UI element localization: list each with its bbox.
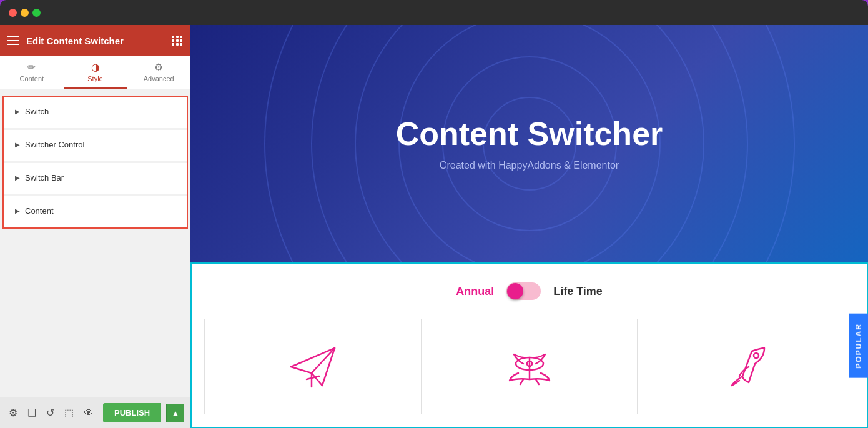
content-section-header[interactable]: ▶ Content xyxy=(5,197,185,224)
chevron-right-icon: ▶ xyxy=(15,108,20,115)
tab-advanced[interactable]: ⚙ Advanced xyxy=(127,56,190,89)
svg-line-7 xyxy=(536,379,539,384)
traffic-lights xyxy=(9,9,41,17)
svg-marker-0 xyxy=(291,348,335,386)
advanced-tab-icon: ⚙ xyxy=(154,62,163,72)
tab-advanced-label: Advanced xyxy=(144,75,174,82)
chevron-right-icon-3: ▶ xyxy=(15,174,20,181)
switch-label-left: Annual xyxy=(456,285,494,298)
switch-control: Annual Life Time xyxy=(456,282,603,300)
hamburger-icon[interactable] xyxy=(7,36,19,45)
switch-bar-label: Switch Bar xyxy=(25,173,64,182)
popular-tag[interactable]: POPULAR xyxy=(849,314,868,378)
panel-section-content: ▶ Content xyxy=(4,196,187,226)
card-2 xyxy=(422,319,638,414)
hero-subtitle: Created with HappyAddons & Elementor xyxy=(440,160,619,171)
panel-section-switch: ▶ Switch xyxy=(4,97,187,126)
chevron-right-icon-2: ▶ xyxy=(15,141,20,148)
panel-section-switch-bar: ▶ Switch Bar xyxy=(4,163,187,192)
switcher-area: Annual Life Time xyxy=(190,262,868,428)
paper-plane-icon xyxy=(288,342,338,392)
panel-items: ▶ Switch ▶ Switcher Control ▶ xyxy=(0,89,190,397)
rocket-icon xyxy=(721,342,771,392)
panel-section-switcher-control: ▶ Switcher Control xyxy=(4,130,187,159)
card-3 xyxy=(638,319,854,414)
hero-section: Content Switcher Created with HappyAddon… xyxy=(190,25,868,262)
card-1 xyxy=(204,319,422,414)
responsive-icon[interactable]: ⬚ xyxy=(62,404,76,421)
content-tab-icon: ✏ xyxy=(27,62,36,72)
toggle-thumb xyxy=(507,283,523,299)
svg-line-6 xyxy=(520,379,523,384)
grid-icon[interactable] xyxy=(172,36,183,46)
sidebar-title: Edit Content Switcher xyxy=(26,36,164,46)
layers-icon[interactable]: ❑ xyxy=(25,404,39,421)
maximize-button[interactable] xyxy=(32,9,41,17)
eye-icon[interactable]: 👁 xyxy=(81,405,96,421)
main-wrapper: Edit Content Switcher ✏ Content ◑ Style … xyxy=(0,25,868,428)
sidebar-tabs: ✏ Content ◑ Style ⚙ Advanced xyxy=(0,56,190,89)
switcher-control-section-header[interactable]: ▶ Switcher Control xyxy=(5,131,185,158)
switch-section-label: Switch xyxy=(25,107,49,116)
toggle-track[interactable] xyxy=(506,282,541,300)
hero-title: Content Switcher xyxy=(396,116,663,152)
style-tab-icon: ◑ xyxy=(91,62,100,72)
tab-style[interactable]: ◑ Style xyxy=(64,56,127,89)
title-bar xyxy=(0,0,868,25)
content-section-label: Content xyxy=(25,206,54,216)
tab-content-label: Content xyxy=(20,75,44,82)
tab-content[interactable]: ✏ Content xyxy=(0,56,64,89)
history-icon[interactable]: ↺ xyxy=(44,404,57,421)
publish-button[interactable]: PUBLISH xyxy=(103,403,161,422)
switch-label-right: Life Time xyxy=(553,285,603,298)
chevron-right-icon-4: ▶ xyxy=(15,207,20,214)
settings-icon[interactable]: ⚙ xyxy=(6,404,20,421)
svg-point-9 xyxy=(754,353,759,358)
publish-arrow-button[interactable]: ▲ xyxy=(166,404,184,422)
sidebar-header: Edit Content Switcher xyxy=(0,25,190,56)
close-button[interactable] xyxy=(9,9,17,17)
switch-section-header[interactable]: ▶ Switch xyxy=(5,98,185,125)
preview-area: Content Switcher Created with HappyAddon… xyxy=(190,25,868,428)
cards-row xyxy=(204,319,854,414)
switcher-control-label: Switcher Control xyxy=(25,140,84,149)
tab-style-label: Style xyxy=(87,75,102,82)
minimize-button[interactable] xyxy=(21,9,29,17)
sidebar: Edit Content Switcher ✏ Content ◑ Style … xyxy=(0,25,190,428)
switch-bar-section-header[interactable]: ▶ Switch Bar xyxy=(5,164,185,191)
airplane-icon xyxy=(505,342,555,392)
sidebar-footer: ⚙ ❑ ↺ ⬚ 👁 PUBLISH ▲ xyxy=(0,397,190,428)
